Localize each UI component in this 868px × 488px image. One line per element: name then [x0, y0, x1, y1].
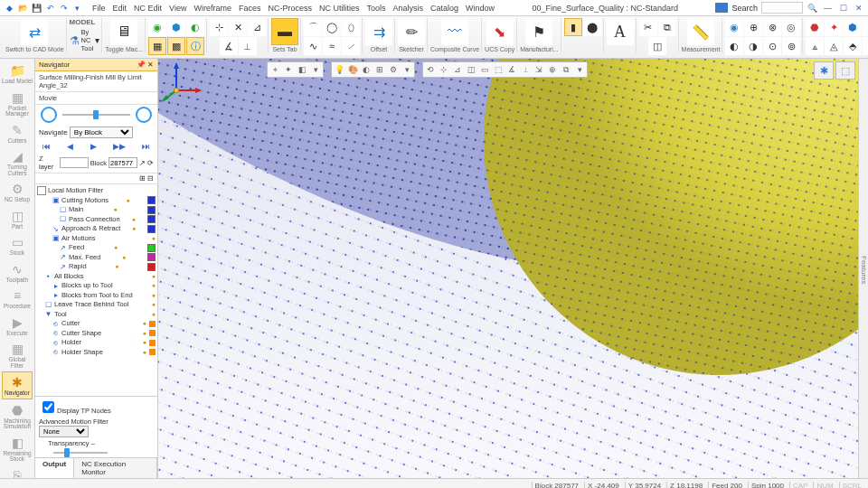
save-icon[interactable]: 💾 [31, 2, 42, 14]
first-button[interactable]: ⏮ [42, 142, 51, 151]
menu-wireframe[interactable]: Wireframe [193, 4, 231, 13]
zlayer-input[interactable] [60, 157, 89, 168]
vt20[interactable]: ⊕ [546, 63, 559, 76]
manuf-button[interactable]: ⚑ [525, 18, 552, 45]
disp-2[interactable]: ⊕ [744, 18, 762, 36]
tab-output[interactable]: Output [35, 458, 74, 478]
vt5[interactable]: 💡 [333, 63, 345, 76]
sidebar-item-procedure[interactable]: ≡Procedure [2, 286, 33, 312]
bulb-icon[interactable]: ● [132, 224, 136, 233]
menu-analysis[interactable]: Analysis [392, 4, 423, 13]
block-input[interactable] [108, 157, 137, 168]
vt15[interactable]: ▭ [478, 63, 491, 76]
view-btn-4[interactable]: ▦ [148, 37, 166, 55]
axis-btn-5[interactable]: ⟂ [239, 37, 257, 55]
bulb-icon[interactable]: ● [152, 281, 156, 290]
text-button[interactable]: A [607, 18, 634, 45]
color-swatch[interactable] [147, 196, 156, 204]
tree-node[interactable]: ☐Leave Trace Behind Tool● [37, 300, 156, 310]
ana-6[interactable]: ◬ [825, 37, 843, 55]
sidebar-item-global-filter[interactable]: ▦Global Filter [2, 339, 33, 371]
tree-node[interactable]: ↗Feed● [37, 243, 156, 253]
tree-node[interactable]: ⎋Cutter● [37, 319, 156, 329]
ana-2[interactable]: ✦ [825, 18, 843, 36]
vt22[interactable]: ▾ [573, 63, 586, 76]
menu-catalog[interactable]: Catalog [430, 4, 458, 13]
bulb-icon[interactable]: ● [114, 205, 118, 214]
sidebar-item-machining-simulation[interactable]: ⬣Machining Simulation [2, 400, 33, 432]
transparency-slider[interactable] [53, 452, 108, 454]
more-swatch[interactable] [149, 321, 156, 327]
bulb-icon[interactable]: ● [143, 329, 146, 338]
edit-2[interactable]: ⧉ [658, 18, 676, 36]
tree-node[interactable]: ☐Pass Connection● [37, 215, 156, 225]
sidebar-item-nc-setup[interactable]: ⚙NC Setup [2, 179, 33, 205]
draw-1[interactable]: ⌒ [304, 18, 322, 36]
bulb-icon[interactable]: ● [152, 272, 156, 281]
refresh-icon[interactable]: ⟳ [147, 159, 154, 167]
more-swatch[interactable] [149, 340, 156, 346]
draw-2[interactable]: ◯ [323, 18, 341, 36]
speed-dial-right[interactable] [136, 107, 152, 123]
vt6[interactable]: 🎨 [346, 63, 359, 76]
axis-btn-2[interactable]: ✕ [229, 18, 247, 36]
vt13[interactable]: ⊿ [451, 63, 464, 76]
disp-4[interactable]: ◎ [782, 18, 800, 36]
sidebar-item-navigator[interactable]: ✱Navigator [2, 371, 33, 399]
color-swatch[interactable] [147, 253, 156, 261]
draw-3[interactable]: ⬯ [342, 18, 360, 36]
menu-tools[interactable]: Tools [366, 4, 385, 13]
undo-icon[interactable]: ↶ [44, 2, 56, 14]
disp-7[interactable]: ⊙ [763, 37, 781, 55]
vt9[interactable]: ⚙ [387, 63, 400, 76]
ucs-button[interactable]: ⬊ [486, 18, 514, 45]
vt17[interactable]: ∡ [505, 63, 518, 76]
draw-5[interactable]: ≈ [323, 37, 341, 55]
bulb-icon[interactable]: ● [122, 253, 126, 262]
color-swatch[interactable] [147, 244, 156, 252]
tree-node[interactable]: ☐Main● [37, 205, 156, 215]
bulb-icon[interactable]: ● [126, 196, 129, 205]
view-btn-3[interactable]: ◐ [186, 18, 204, 36]
disp-6[interactable]: ◑ [744, 37, 762, 55]
bulb-icon[interactable]: ● [152, 300, 156, 309]
bulb-icon[interactable]: ● [132, 215, 136, 224]
measure-button[interactable]: 📏 [687, 18, 714, 45]
tree-expand-icon[interactable]: ⊞ [139, 174, 146, 183]
last-button[interactable]: ⏭ [142, 142, 150, 151]
ana-3[interactable]: ⬢ [844, 18, 862, 36]
composite-button[interactable]: 〰 [441, 18, 468, 45]
sidebar-item-cutters[interactable]: ✎Cutters [2, 120, 33, 146]
view-btn-6[interactable]: ⓘ [186, 37, 204, 55]
compass-icon[interactable]: ✱ [814, 61, 834, 80]
toggle-machine-button[interactable]: 🖥 [110, 18, 137, 45]
color-swatch[interactable] [147, 263, 156, 271]
sidebar-item-execute[interactable]: ▶Execute [2, 313, 33, 339]
tree-node[interactable]: ▸Blocks up to Tool● [37, 281, 156, 291]
close-icon[interactable]: ✕ [853, 2, 864, 14]
bulb-icon[interactable]: ● [143, 319, 146, 328]
bulb-icon[interactable]: ● [152, 291, 156, 300]
vt2[interactable]: ✦ [282, 63, 295, 76]
next-button[interactable]: ▶▶ [113, 142, 126, 151]
view-btn-5[interactable]: ▩ [167, 37, 185, 55]
tree-node[interactable]: ⎋Holder● [37, 338, 156, 348]
view-btn-1[interactable]: ◉ [148, 18, 166, 36]
features-bar[interactable]: Features [858, 59, 868, 478]
ana-7[interactable]: ⬘ [844, 37, 862, 55]
speed-dial-left[interactable] [41, 107, 57, 123]
drop-icon[interactable]: ▾ [71, 2, 83, 14]
sidebar-item-turning-cutters[interactable]: ◢Turning Cutters [2, 146, 33, 178]
axis-btn-1[interactable]: ⊹ [210, 18, 228, 36]
tree-collapse-icon[interactable]: ⊟ [147, 174, 154, 183]
disp-1[interactable]: ◉ [725, 18, 743, 36]
menu-ncedit[interactable]: NC Edit [134, 4, 162, 13]
tree-node[interactable]: ⎋Holder Shape● [37, 348, 156, 358]
search-icon[interactable]: 🔍 [807, 2, 818, 14]
movie-slider[interactable] [62, 114, 130, 116]
draw-4[interactable]: ∿ [304, 37, 322, 55]
sketcher-button[interactable]: ✏ [398, 18, 425, 45]
axis-btn-3[interactable]: ⊿ [248, 18, 266, 36]
disp-3[interactable]: ⊗ [763, 18, 781, 36]
bulb-icon[interactable]: ● [152, 234, 156, 243]
